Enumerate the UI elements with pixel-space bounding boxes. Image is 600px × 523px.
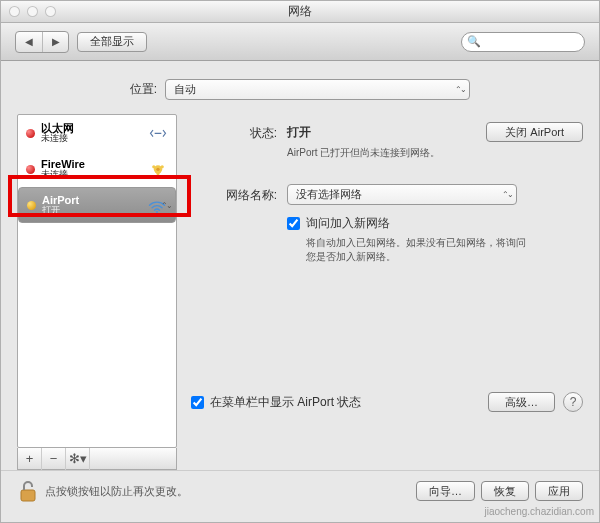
- location-label: 位置:: [130, 81, 157, 98]
- lock-icon[interactable]: [17, 479, 39, 503]
- svg-rect-6: [21, 490, 35, 501]
- svg-point-1: [156, 167, 159, 170]
- status-dot-icon: [26, 129, 35, 138]
- svg-point-3: [160, 165, 163, 168]
- network-name-select[interactable]: 没有选择网络: [287, 184, 517, 205]
- back-button[interactable]: ◀: [16, 32, 42, 52]
- network-name-label: 网络名称:: [191, 184, 287, 204]
- sidebar-item-firewire[interactable]: FireWire 未连接: [18, 151, 176, 187]
- ask-join-label: 询问加入新网络: [306, 215, 526, 232]
- sidebar-item-ethernet[interactable]: 以太网 未连接: [18, 115, 176, 151]
- list-toolbar: + − ✻▾: [17, 448, 177, 470]
- content-panel: 状态: 打开 关闭 AirPort AirPort 已打开但尚未连接到网络。 网…: [191, 114, 583, 470]
- footer: 点按锁按钮以防止再次更改。 向导… 恢复 应用: [1, 470, 599, 507]
- add-button[interactable]: +: [18, 448, 42, 470]
- svg-point-5: [156, 211, 158, 213]
- status-dot-icon: [27, 201, 36, 210]
- zoom-icon[interactable]: [45, 6, 56, 17]
- help-button[interactable]: ?: [563, 392, 583, 412]
- sidebar-item-airport[interactable]: AirPort 打开: [18, 187, 176, 223]
- traffic-lights: [1, 6, 56, 17]
- status-label: 状态:: [191, 122, 287, 142]
- nav-buttons: ◀ ▶: [15, 31, 69, 53]
- status-dot-icon: [26, 165, 35, 174]
- close-airport-button[interactable]: 关闭 AirPort: [486, 122, 583, 142]
- show-all-button[interactable]: 全部显示: [77, 32, 147, 52]
- firewire-icon: [148, 160, 168, 178]
- menubar-checkbox[interactable]: [191, 396, 204, 409]
- action-button[interactable]: ✻▾: [66, 448, 90, 470]
- status-description: AirPort 已打开但尚未连接到网络。: [287, 146, 583, 160]
- forward-button[interactable]: ▶: [42, 32, 68, 52]
- close-icon[interactable]: [9, 6, 20, 17]
- assist-button[interactable]: 向导…: [416, 481, 475, 501]
- menubar-label: 在菜单栏中显示 AirPort 状态: [210, 394, 361, 411]
- minimize-icon[interactable]: [27, 6, 38, 17]
- titlebar: 网络: [1, 1, 599, 23]
- location-select[interactable]: 自动: [165, 79, 470, 100]
- wifi-icon: [147, 196, 167, 214]
- interface-list: 以太网 未连接 FireWire 未连接: [17, 114, 177, 448]
- revert-button[interactable]: 恢复: [481, 481, 529, 501]
- window-title: 网络: [288, 3, 312, 20]
- status-value: 打开: [287, 124, 311, 141]
- toolbar: ◀ ▶ 全部显示 🔍: [1, 23, 599, 61]
- sidebar: 以太网 未连接 FireWire 未连接: [17, 114, 177, 470]
- ethernet-icon: [148, 124, 168, 142]
- ask-join-checkbox[interactable]: [287, 217, 300, 230]
- lock-text: 点按锁按钮以防止再次更改。: [45, 484, 188, 499]
- search-icon: 🔍: [467, 35, 481, 48]
- advanced-button[interactable]: 高级…: [488, 392, 555, 412]
- apply-button[interactable]: 应用: [535, 481, 583, 501]
- remove-button[interactable]: −: [42, 448, 66, 470]
- ask-join-desc: 将自动加入已知网络。如果没有已知网络，将询问您是否加入新网络。: [306, 236, 526, 264]
- svg-point-4: [156, 171, 159, 174]
- svg-point-2: [152, 165, 155, 168]
- location-row: 位置: 自动: [1, 61, 599, 114]
